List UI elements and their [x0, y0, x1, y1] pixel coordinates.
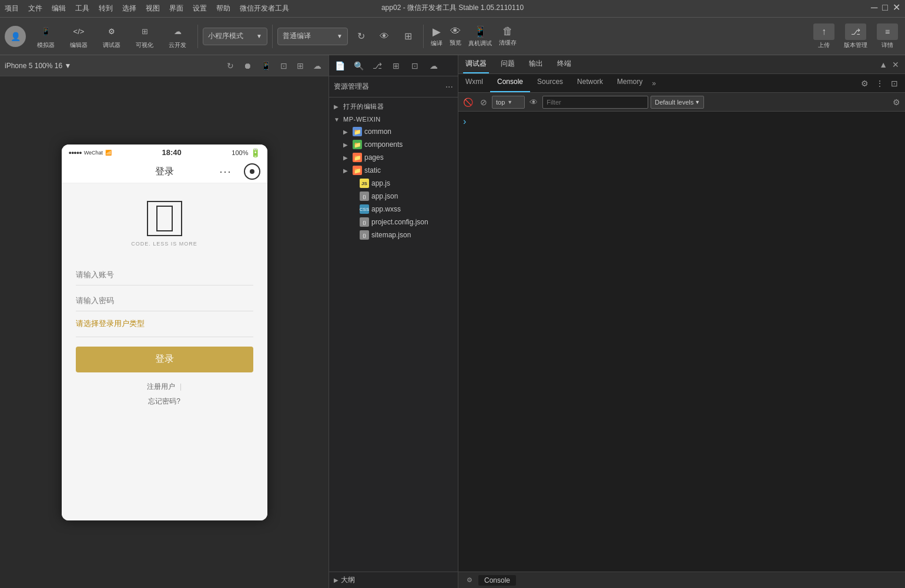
console-clear-btn[interactable]: 🚫: [461, 96, 475, 108]
menu-item-select[interactable]: 选择: [122, 4, 136, 14]
console-settings-btn2[interactable]: ⚙: [890, 96, 903, 108]
menu-item-settings[interactable]: 设置: [193, 4, 207, 14]
tree-item-common[interactable]: ▶ 📁 common: [329, 125, 458, 138]
login-button[interactable]: 登录: [76, 347, 253, 372]
menu-item-file[interactable]: 文件: [28, 4, 42, 14]
mode-dropdown[interactable]: 小程序模式 ▼: [203, 28, 267, 45]
sim-layout-btn[interactable]: ⊡: [278, 60, 290, 72]
tab-issues[interactable]: 问题: [498, 55, 517, 73]
avatar[interactable]: 👤: [5, 26, 26, 47]
tree-item-pages[interactable]: ▶ 📁 pages: [329, 151, 458, 164]
minimize-btn[interactable]: ─: [871, 3, 877, 12]
settings-btn[interactable]: ⚙: [859, 78, 871, 89]
toolbar-divider-3: [423, 25, 424, 48]
upload-button[interactable]: ↑ 上传: [811, 21, 837, 52]
console-dock-btn[interactable]: ⊡: [889, 78, 900, 89]
tree-item-components[interactable]: ▶ 📁 components: [329, 138, 458, 151]
sim-cloud-btn[interactable]: ☁: [311, 60, 324, 72]
tree-item-appjs[interactable]: JS app.js: [329, 177, 458, 190]
console-tab-wxml[interactable]: Wxml: [458, 74, 490, 92]
account-input[interactable]: [76, 264, 253, 285]
explorer-git-icon[interactable]: ⎇: [369, 58, 386, 74]
console-more-btn[interactable]: ⋮: [873, 78, 886, 89]
visual-button[interactable]: ⊞ 可视化: [129, 21, 160, 52]
console-tab-sources[interactable]: Sources: [530, 74, 570, 92]
debugger-button[interactable]: ⚙ 调试器: [96, 21, 127, 52]
sim-record-btn[interactable]: ⏺: [241, 60, 254, 72]
compile-button[interactable]: ▶ 编译: [428, 23, 445, 50]
static-label: static: [364, 166, 453, 174]
qrcode-button[interactable]: ⊞: [397, 26, 418, 47]
tree-item-sitemap[interactable]: {} sitemap.json: [329, 229, 458, 241]
console-filter-icon[interactable]: ⊘: [478, 96, 490, 108]
console-tab-memory[interactable]: Memory: [610, 74, 649, 92]
menu-item-help[interactable]: 帮助: [216, 4, 230, 14]
projectconfig-label: project.config.json: [371, 218, 453, 226]
close-btn[interactable]: ✕: [893, 3, 900, 12]
tab-terminal[interactable]: 终端: [555, 55, 574, 73]
menu-item-view[interactable]: 视图: [146, 4, 160, 14]
menu-item-tools[interactable]: 工具: [75, 4, 89, 14]
menu-item-project[interactable]: 项目: [5, 4, 19, 14]
editor-button[interactable]: </> 编辑器: [63, 21, 94, 52]
default-levels-dropdown[interactable]: Default levels ▼: [651, 96, 704, 109]
console-tab-console[interactable]: Console: [490, 74, 530, 92]
tab-debugger[interactable]: 调试器: [463, 55, 489, 73]
simulator-panel: iPhone 5 100% 16 ▼ ↻ ⏺ 📱 ⊡ ⊞ ☁: [0, 55, 329, 588]
menu-item-goto[interactable]: 转到: [99, 4, 113, 14]
phone-statusbar: ●●●●● WeChat 📶 18:40 100% 🔋: [62, 145, 267, 161]
maximize-btn[interactable]: □: [882, 3, 888, 12]
cloud-button[interactable]: ☁ 云开发: [162, 21, 193, 52]
mp-weixin-section[interactable]: ▼ MP-WEIXIN: [329, 113, 458, 125]
console-input[interactable]: [468, 117, 900, 126]
preview-icon-button[interactable]: 👁 预览: [447, 23, 464, 49]
console-prompt[interactable]: ›: [463, 116, 900, 127]
explorer-search-icon[interactable]: 🔍: [350, 58, 367, 74]
menu-item-wechat[interactable]: 微信开发者工具: [240, 4, 289, 14]
tree-item-projectconfig[interactable]: {} project.config.json: [329, 216, 458, 229]
console-body: ›: [458, 112, 905, 572]
sim-phone-btn[interactable]: 📱: [259, 60, 273, 72]
explorer-files-icon[interactable]: 📄: [331, 58, 348, 74]
tree-item-appwxss[interactable]: CSS app.wxss: [329, 203, 458, 216]
detail-button[interactable]: ≡ 详情: [874, 21, 900, 52]
more-tabs-btn[interactable]: »: [652, 74, 656, 92]
clear-cache-button[interactable]: 🗑 清缓存: [497, 23, 519, 49]
explorer-copy-icon[interactable]: ⊡: [407, 58, 423, 74]
devtools-close-btn[interactable]: ✕: [891, 59, 900, 70]
console-tab-network[interactable]: Network: [570, 74, 610, 92]
tab-output[interactable]: 输出: [527, 55, 545, 73]
explorer-panel: 📄 🔍 ⎇ ⊞ ⊡ ☁ 资源管理器 ··· ▶ 打开的编辑器 ▼ MP-WEIX…: [329, 55, 458, 588]
explorer-cloud-icon[interactable]: ☁: [425, 58, 442, 74]
explorer-grid-icon[interactable]: ⊞: [388, 58, 404, 74]
refresh-button[interactable]: ↻: [350, 26, 371, 47]
menu-item-edit[interactable]: 编辑: [52, 4, 66, 14]
menu-item-interface[interactable]: 界面: [169, 4, 183, 14]
console-eye-btn[interactable]: 👁: [527, 96, 540, 108]
components-label: components: [364, 140, 453, 149]
simulator-button[interactable]: 📱 模拟器: [31, 21, 61, 52]
top-context-dropdown[interactable]: top ▼: [492, 96, 525, 109]
console-filter-input[interactable]: [542, 96, 648, 109]
sim-copy-btn[interactable]: ⊞: [294, 60, 306, 72]
remote-debug-button[interactable]: 📱 真机调试: [466, 23, 494, 50]
explorer-bottom[interactable]: ▶ 大纲: [329, 572, 458, 588]
opened-editors-section[interactable]: ▶ 打开的编辑器: [329, 100, 458, 113]
preview-button[interactable]: 👁: [374, 26, 395, 47]
compile-dropdown[interactable]: 普通编译 ▼: [277, 28, 348, 45]
explorer-more-btn[interactable]: ···: [445, 82, 453, 92]
toolbar-right: ↑ 上传 ⎇ 版本管理 ≡ 详情: [811, 21, 900, 52]
user-type-select[interactable]: 请选择登录用户类型: [76, 316, 253, 337]
bottom-bar-settings-btn[interactable]: ⚙: [463, 575, 476, 585]
phone-links: 注册用户 |: [147, 382, 182, 392]
password-input[interactable]: [76, 290, 253, 311]
register-link[interactable]: 注册用户: [147, 382, 175, 392]
devtools-expand-btn[interactable]: ▲: [878, 59, 889, 70]
menu-bar: 项目 文件 编辑 工具 转到 选择 视图 界面 设置 帮助 微信开发者工具 ap…: [0, 0, 905, 18]
forgot-link[interactable]: 忘记密码?: [148, 397, 180, 406]
tree-item-appjson[interactable]: {} app.json: [329, 190, 458, 203]
header-record-btn[interactable]: [244, 163, 260, 180]
version-button[interactable]: ⎇ 版本管理: [842, 21, 870, 52]
sim-refresh-btn[interactable]: ↻: [224, 60, 236, 72]
tree-item-static[interactable]: ▶ 📁 static: [329, 164, 458, 177]
